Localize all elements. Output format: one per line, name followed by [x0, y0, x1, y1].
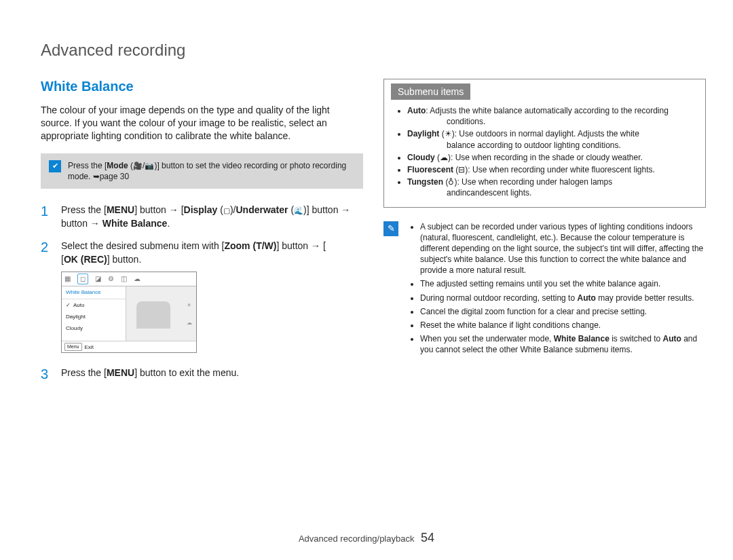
underwater-icon: 🌊 — [294, 206, 303, 216]
photo-icon: 📷 — [145, 161, 154, 171]
menu-item-auto: ✓Auto — [62, 299, 126, 311]
step-1: 1 Press the [MENU] button → [Display (▢)… — [41, 204, 363, 230]
menu-item-daylight: Daylight — [62, 311, 126, 322]
submenu-item: Cloudy (☁): Use when recording in the sh… — [407, 152, 696, 163]
mode-note-text: Press the [Mode (🎥/📷)] button to set the… — [68, 160, 355, 182]
sun-icon: ☀ — [187, 301, 192, 309]
step-number: 3 — [41, 367, 52, 381]
tip-item: Cancel the digital zoom function for a c… — [420, 306, 706, 317]
step-number: 1 — [41, 204, 52, 230]
video-icon: 🎥 — [133, 161, 143, 171]
cloudy-icon: ☁ — [440, 153, 448, 162]
tab-icon: ◫ — [121, 274, 127, 284]
tip-item: When you set the underwater mode, White … — [420, 333, 706, 355]
submenu-box: Submenu items Auto: Adjusts the white ba… — [383, 79, 706, 208]
check-icon: ✔ — [49, 160, 61, 172]
tab-icon: ▦ — [64, 274, 71, 284]
submenu-item: Auto: Adjusts the white balance automati… — [407, 105, 696, 127]
check-icon: ✓ — [66, 301, 71, 309]
display-icon: ▢ — [223, 206, 230, 216]
info-icon: ✎ — [383, 221, 398, 236]
footer-section: Advanced recording/playback — [299, 534, 415, 544]
mode-note: ✔ Press the [Mode (🎥/📷)] button to set t… — [41, 153, 363, 189]
page-footer: Advanced recording/playback 54 — [0, 531, 733, 545]
menu-button: Menu — [64, 343, 82, 351]
daylight-icon: ☀ — [445, 129, 452, 138]
exit-label: Exit — [85, 343, 94, 351]
submenu-header: Submenu items — [391, 83, 470, 100]
tab-icon: ☁ — [134, 274, 140, 284]
cloud-icon: ☁ — [187, 318, 192, 326]
page-title: Advanced recording — [41, 41, 706, 60]
submenu-item: Daylight (☀): Use outdoors in normal day… — [407, 128, 696, 150]
menu-item-cloudy: Cloudy — [62, 322, 126, 334]
step-2: 2 Select the desired submenu item with [… — [41, 240, 363, 357]
tip-item: The adjusted setting remains until you s… — [420, 278, 706, 289]
menu-screenshot: ▦ ◻ ◪ ⚙ ◫ ☁ White Balance ✓Auto Daylight — [61, 272, 197, 353]
step-3: 3 Press the [MENU] button to exit the me… — [41, 367, 363, 381]
step-number: 2 — [41, 240, 52, 357]
tip-item: During normal outdoor recording, setting… — [420, 293, 706, 303]
tab-icon: ⚙ — [108, 274, 114, 284]
intro-text: The colour of your image depends on the … — [41, 104, 363, 143]
tab-selected-icon: ◻ — [77, 274, 88, 284]
tip-item: A subject can be recorded under various … — [420, 221, 706, 276]
tab-icon: ◪ — [95, 274, 101, 284]
fluorescent-icon: ⊟ — [458, 165, 465, 174]
menu-tabbar: ▦ ◻ ◪ ⚙ ◫ ☁ — [62, 272, 196, 286]
tungsten-icon: ♁ — [448, 177, 454, 187]
page-number: 54 — [421, 531, 434, 544]
submenu-item: Fluorescent (⊟): Use when recording unde… — [407, 164, 696, 175]
submenu-item: Tungsten (♁): Use when recording under h… — [407, 176, 696, 198]
menu-preview: ☀ ☁ — [126, 286, 196, 341]
section-heading: White Balance — [41, 79, 363, 94]
menu-list-title: White Balance — [62, 286, 126, 299]
tip-item: Reset the white balance if light conditi… — [420, 320, 706, 331]
